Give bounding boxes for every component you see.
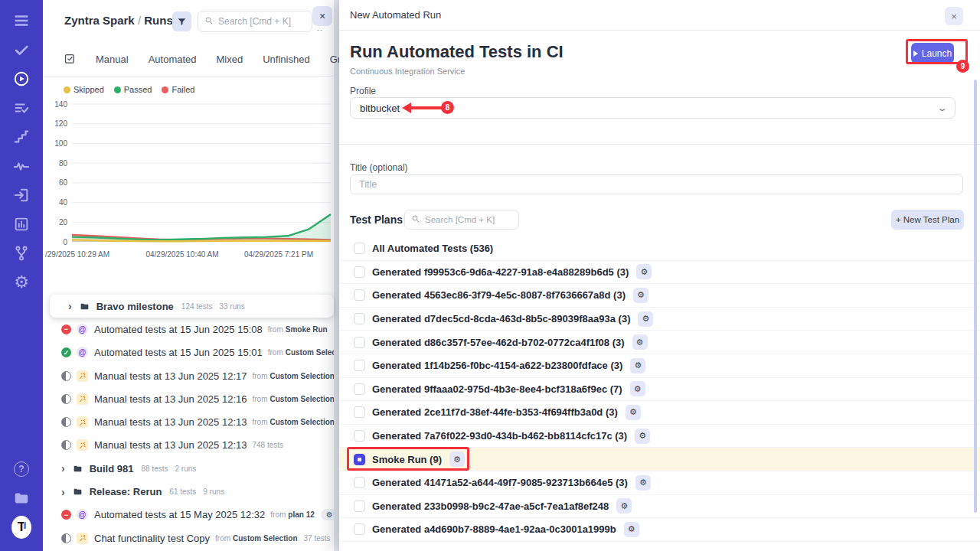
bar-chart-icon[interactable] [11,214,31,234]
app-logo[interactable]: T [11,517,31,537]
plan-checkbox[interactable] [354,477,365,488]
run-row[interactable]: −@Automated tests at 15 Jun 2025 15:08fr… [43,318,334,341]
legend-label: Passed [124,85,152,94]
test-plan-row[interactable]: Generated 4563ec86-3f79-4e5c-8087-8f7636… [339,284,980,308]
menu-icon[interactable] [11,11,31,31]
plan-settings-button[interactable]: ⚙ [626,405,641,420]
legend-item-skipped[interactable]: Skipped [64,85,104,94]
test-plan-row[interactable]: Generated f99953c6-9d6a-4227-91a8-e4a882… [339,261,980,285]
settings-gear-icon[interactable]: ⚙ [11,272,31,292]
test-plan-row[interactable]: Generated d86c357f-57ee-462d-b702-0772ca… [339,331,980,354]
play-circle-icon[interactable] [11,69,31,89]
test-plan-row[interactable]: All Automated Tests (536) [339,237,980,261]
plan-checkbox[interactable] [354,430,365,442]
folder-name: Build 981 [90,463,134,474]
steps-icon[interactable] [11,127,31,147]
legend-item-passed[interactable]: Passed [114,85,152,94]
chevron-right-icon[interactable]: › [68,300,72,312]
tab-automated[interactable]: Automated [149,54,197,65]
test-plan-row[interactable]: Generated 2ce11f7d-38ef-44fe-b353-4f694f… [339,401,980,425]
run-gear-badge[interactable]: ⚙test [321,509,334,520]
plan-checkbox[interactable] [354,243,365,254]
plan-settings-button[interactable]: ⚙ [632,334,648,350]
test-plan-row[interactable]: Generated a4d690b7-8889-4ae1-92aa-0c3001… [339,518,980,542]
run-folder-row[interactable]: ›Build 98188 tests2 runs [43,457,334,480]
test-plans-search[interactable] [404,210,519,230]
logo-letter: T [11,516,31,539]
check-icon[interactable] [11,40,31,60]
test-plan-row[interactable]: Generated 1f14b256-f0bc-4154-a622-b23800… [339,354,980,378]
import-icon[interactable] [11,185,31,205]
plan-checkbox[interactable] [354,383,365,395]
plan-settings-button[interactable]: ⚙ [630,358,645,373]
test-plan-row[interactable]: Generated 41471a52-a644-49f7-9085-923713… [339,471,980,495]
test-plan-row[interactable]: Generated d7dec5cd-8cda-463d-8b5c-89039f… [339,308,980,331]
profile-selected-value: bitbucket [360,103,400,114]
tab-manual[interactable]: Manual [96,54,129,65]
plan-checkbox[interactable] [354,500,365,512]
run-row[interactable]: Manual tests at 13 Jun 2025 12:16fromCus… [43,387,334,410]
plan-settings-button[interactable]: ⚙ [633,288,648,303]
run-row[interactable]: Chat functinality test CopyfromCustom Se… [43,527,334,549]
plan-checkbox[interactable] [354,266,365,278]
run-row[interactable]: Manual tests at 13 Jun 2025 12:13fromCus… [43,410,334,433]
plan-checkbox[interactable] [354,360,365,371]
plan-checkbox[interactable] [354,523,365,535]
run-title: Automated tests at 15 Jun 2025 15:08 [94,324,263,335]
run-title: Chat functinality test Copy [94,533,210,544]
new-automated-run-drawer: New Automated Run × Run Automated Tests … [339,0,980,551]
plan-settings-button[interactable]: ⚙ [449,452,465,467]
title-input[interactable] [350,174,963,194]
runs-search-input[interactable] [218,16,305,27]
run-row[interactable]: Manual tests at 13 Jun 2025 12:17fromCus… [43,364,334,387]
chevron-right-icon[interactable]: › [61,462,65,474]
chevron-right-icon[interactable]: › [61,486,65,498]
plan-checkbox[interactable] [354,454,365,465]
test-plan-row[interactable]: Generated 233b0998-b9c2-47ae-a5cf-7ea1af… [339,495,980,519]
plan-label: Generated 41471a52-a644-49f7-9085-923713… [372,477,628,488]
plan-settings-button[interactable]: ⚙ [635,475,651,491]
from-label: from [268,348,283,357]
plan-label: Generated d86c357f-57ee-462d-b702-0772ca… [372,337,625,348]
plan-settings-button[interactable]: ⚙ [635,429,650,444]
run-folder-row[interactable]: ›Bravo milestone124 tests33 runs [50,295,334,318]
test-plans-search-input[interactable] [425,215,512,224]
list-check-icon[interactable] [11,98,31,118]
test-plan-row[interactable]: Smoke Run (9)⚙ [339,448,980,471]
run-row[interactable]: ✓@Automated tests at 15 Jun 2025 15:01fr… [43,341,334,364]
plan-checkbox[interactable] [354,337,365,348]
run-folder-row[interactable]: ›Release: Rerun61 tests9 runs [43,480,334,503]
folders-icon[interactable] [11,488,31,508]
runs-panel-close-button[interactable]: × [312,6,332,26]
branch-icon[interactable] [11,243,31,263]
run-row[interactable]: Manual tests at 13 Jun 2025 12:13748 tes… [43,434,334,457]
breadcrumb-project[interactable]: Zyntra Spark [64,14,135,27]
plan-settings-button[interactable]: ⚙ [630,381,645,396]
run-meta: 37 tests [304,534,331,543]
launch-button[interactable]: Launch [911,43,954,64]
legend-item-failed[interactable]: Failed [162,85,194,94]
plan-checkbox[interactable] [354,313,365,324]
runs-search[interactable] [198,11,312,32]
plan-settings-button[interactable]: ⚙ [624,522,639,537]
plan-settings-button[interactable]: ⚙ [636,264,652,279]
profile-select[interactable]: bitbucket ⌄ [350,97,956,119]
filter-button[interactable] [172,11,191,31]
legend-dot [162,86,168,93]
drawer-close-button[interactable]: × [945,7,963,25]
test-plan-row[interactable]: Generated 7a76f022-93d0-434b-b462-bb8114… [339,425,980,448]
plan-checkbox[interactable] [354,406,365,418]
help-icon[interactable]: ? [11,459,31,479]
test-plan-row[interactable]: Generated 9ffaaa02-975d-4b3e-8ee4-bcf318… [339,378,980,402]
breadcrumb-page[interactable]: Runs [144,14,173,27]
new-test-plan-button[interactable]: + New Test Plan [891,210,964,230]
activity-icon[interactable] [11,156,31,176]
plan-settings-button[interactable]: ⚙ [638,311,653,327]
tab-unfinished[interactable]: Unfinished [263,54,309,65]
plan-checkbox[interactable] [354,289,365,301]
select-all-icon[interactable] [63,52,76,67]
vertical-scrollbar[interactable] [974,80,977,513]
run-row[interactable]: −@Automated tests at 15 May 2025 12:32fr… [43,504,334,527]
plan-settings-button[interactable]: ⚙ [616,498,632,514]
tab-mixed[interactable]: Mixed [217,54,243,65]
